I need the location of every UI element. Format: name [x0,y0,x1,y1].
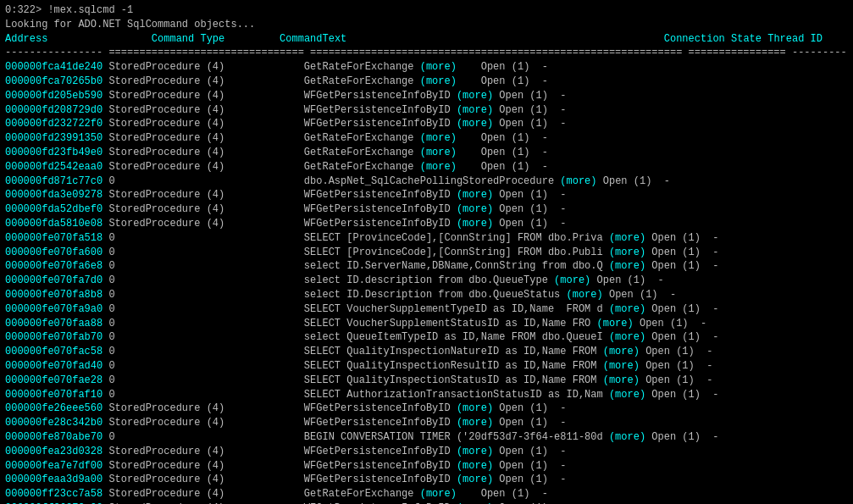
cmdtype-cell: StoredProcedure (4) [108,189,303,201]
table-row: 000000fda3e09278 StoredProcedure (4) WFG… [5,188,848,202]
more-link[interactable]: (more) [420,132,457,144]
address-cell[interactable]: 000000fca41de240 [5,61,102,73]
more-link[interactable]: (more) [597,318,634,330]
address-cell[interactable]: 000000fd232722f0 [5,118,102,130]
more-link[interactable]: (more) [457,402,493,414]
more-link[interactable]: (more) [457,446,493,457]
address-cell[interactable]: 000000fda3e09278 [5,189,102,201]
address-cell[interactable]: 000000fd23fb49e0 [5,147,102,158]
state-cell: Open (1) - [651,260,718,272]
address-cell[interactable]: 000000fe26eee560 [5,402,102,414]
address-cell[interactable]: 000000fe28c342b0 [5,417,102,429]
address-cell[interactable]: 000000fe070fa7d0 [5,274,102,286]
more-link[interactable]: (more) [420,488,457,500]
address-cell[interactable]: 000000fd208729d0 [5,104,102,116]
cmdtext-cell: GetRateForExchange [304,132,420,144]
state-cell: Open (1) - [499,218,566,230]
cmdtype-cell: 0 [108,175,303,187]
more-link[interactable]: (more) [609,431,645,443]
more-link[interactable]: (more) [609,331,645,343]
address-header: Address [5,33,97,45]
more-link[interactable]: (more) [457,460,493,472]
address-cell[interactable]: 000000feaa3d9a00 [5,474,102,485]
more-link[interactable]: (more) [609,389,645,401]
more-link[interactable]: (more) [567,289,603,301]
address-cell[interactable]: 000000fe070fa6e8 [5,260,102,272]
state-cell: Open (1) - [499,402,566,414]
commandtype-header: Command Type [152,33,224,45]
more-link[interactable]: (more) [603,360,640,372]
table-row: 000000fd23991350 StoredProcedure (4) Get… [5,131,848,146]
table-row: 000000fea7e7df00 StoredProcedure (4) WFG… [5,459,848,474]
address-cell[interactable]: 000000fe070fac58 [5,346,102,357]
cmdtext-cell: GetRateForExchange [304,147,420,158]
address-cell[interactable]: 000000ff23cc7a58 [5,488,102,500]
cmdtype-cell: StoredProcedure (4) [108,460,303,472]
address-cell[interactable]: 000000fda52dbef0 [5,203,102,215]
data-rows-container: 000000fca41de240 StoredProcedure (4) Get… [5,60,848,504]
more-link[interactable]: (more) [420,75,457,87]
more-link[interactable]: (more) [554,274,590,286]
more-link[interactable]: (more) [420,147,457,158]
cmdtext-cell: select ID.Description from dbo.QueueStat… [304,289,567,301]
state-cell: Open (1) - [645,360,712,372]
address-cell[interactable]: 000000fd23991350 [5,132,102,144]
cmdtype-cell: StoredProcedure (4) [108,402,303,414]
more-link[interactable]: (more) [560,175,596,187]
cmdtype-cell: 0 [108,360,303,372]
address-cell[interactable]: 000000fe070faf10 [5,389,102,401]
address-cell[interactable]: 000000fd871c77c0 [5,175,102,187]
cmdtext-cell: WFGetPersistenceInfoByID [304,203,457,215]
table-row: 000000fe070fa8b8 0 select ID.Description… [5,288,848,302]
address-cell[interactable]: 000000fea7e7df00 [5,460,102,472]
more-link[interactable]: (more) [457,474,493,485]
more-link[interactable]: (more) [457,417,493,429]
more-link[interactable]: (more) [609,246,645,258]
cmdtype-cell: StoredProcedure (4) [108,203,303,215]
address-cell[interactable]: 000000fe070fab70 [5,331,102,343]
looking-line: Looking for ADO.NET SqlCommand objects..… [5,18,848,32]
state-cell: Open (1) - [651,246,718,258]
address-cell[interactable]: 000000fda5810e08 [5,218,102,230]
address-cell[interactable]: 000000fca70265b0 [5,75,102,87]
address-cell[interactable]: 000000fe070fa518 [5,232,102,244]
state-cell: Open (1) - [609,289,676,301]
cmdtext-cell: WFGetPersistenceInfoByID [304,218,457,230]
address-cell[interactable]: 000000fe070fa9a0 [5,303,102,315]
cmdtype-cell: StoredProcedure (4) [108,132,303,144]
more-link[interactable]: (more) [420,61,457,73]
address-cell[interactable]: 000000fe870abe70 [5,431,102,443]
more-link[interactable]: (more) [609,232,645,244]
cmdtype-cell: 0 [108,431,303,443]
address-cell[interactable]: 000000fe070fa600 [5,246,102,258]
address-cell[interactable]: 000000fe070fad40 [5,360,102,372]
more-link[interactable]: (more) [603,374,640,386]
more-link[interactable]: (more) [457,218,493,230]
more-link[interactable]: (more) [457,90,493,102]
commandtext-header: CommandText [280,33,346,45]
address-cell[interactable]: 000000fe070fa8b8 [5,289,102,301]
cmdtext-cell: GetRateForExchange [304,75,420,87]
more-link[interactable]: (more) [457,203,493,215]
table-row: 000000fea23d0328 StoredProcedure (4) WFG… [5,445,848,459]
state-cell: Open (1) - [651,431,718,443]
more-link[interactable]: (more) [457,104,493,116]
table-row: 000000fca41de240 StoredProcedure (4) Get… [5,60,848,75]
more-link[interactable]: (more) [457,189,493,201]
address-cell[interactable]: 000000fd205eb590 [5,90,102,102]
address-cell[interactable]: 000000fe070fae28 [5,374,102,386]
more-link[interactable]: (more) [609,303,645,315]
more-link[interactable]: (more) [609,260,645,272]
table-row: 000000fe070fa6e8 0 select ID.ServerName,… [5,259,848,274]
address-cell[interactable]: 000000fe070faa88 [5,318,102,330]
table-row: 000000fd232722f0 StoredProcedure (4) WFG… [5,117,848,131]
cmdtype-cell: StoredProcedure (4) [108,61,303,73]
address-cell[interactable]: 000000fea23d0328 [5,446,102,457]
cmdtext-cell: select ID.ServerName,DBName,ConnString f… [304,260,609,272]
state-cell: Open (1) - [499,417,566,429]
more-link[interactable]: (more) [420,161,457,173]
more-link[interactable]: (more) [457,118,493,130]
more-link[interactable]: (more) [603,346,640,357]
address-cell[interactable]: 000000fd2542eaa0 [5,161,102,173]
cmdtype-cell: 0 [108,260,303,272]
